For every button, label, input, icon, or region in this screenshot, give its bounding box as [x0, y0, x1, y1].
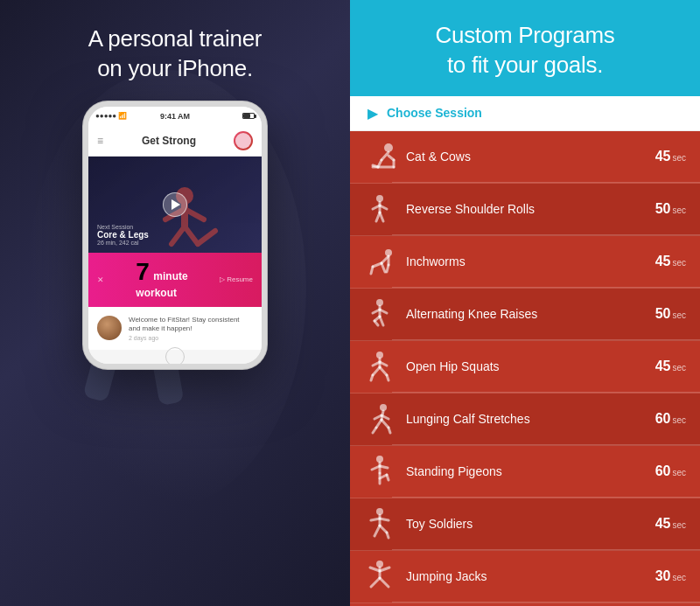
app-header: ≡ Get Strong: [88, 126, 262, 157]
choose-session-bar[interactable]: ▶ Choose Session: [350, 96, 700, 131]
svg-line-51: [387, 375, 388, 380]
home-indicator: [88, 350, 262, 364]
message-time: 2 days ago: [129, 335, 253, 341]
svg-point-17: [384, 143, 393, 152]
right-panel: Custom Programs to fit your goals. ▶ Cho…: [350, 0, 700, 606]
exercise-item[interactable]: Open Hip Squats 45 sec: [350, 341, 700, 394]
svg-line-36: [387, 265, 388, 272]
exercise-item[interactable]: Jumping Jacks 30 sec: [350, 551, 700, 603]
message-body: Welcome to FitStar! Stay consistent and …: [129, 316, 253, 342]
status-time: 9:41 AM: [160, 112, 190, 121]
seven-number: 7: [136, 258, 150, 285]
message-card: Welcome to FitStar! Stay consistent and …: [88, 307, 262, 351]
svg-line-77: [380, 568, 389, 571]
video-thumbnail[interactable]: Next Session Core & Legs 26 min, 242 cal: [88, 157, 262, 253]
right-headline: Custom Programs to fit your goals.: [371, 21, 679, 80]
exercise-duration: 50 sec: [655, 201, 686, 217]
exercise-icon-1: [364, 193, 396, 225]
menu-icon[interactable]: ≡: [97, 135, 104, 147]
svg-line-78: [371, 578, 380, 587]
choose-session-label: Choose Session: [387, 106, 482, 120]
iphone-mockup: ●●●●● 📶 9:41 AM ≡ Get Strong: [83, 101, 267, 370]
svg-line-32: [373, 263, 382, 267]
svg-line-29: [380, 212, 383, 221]
user-avatar[interactable]: [234, 131, 253, 150]
exercise-duration: 30 sec: [655, 568, 686, 584]
exercise-icon-8: [364, 561, 396, 592]
exercise-icon-4: [364, 351, 396, 382]
exercise-name: Toy Soldiers: [406, 517, 655, 531]
exercise-duration: 50 sec: [655, 306, 686, 322]
exercise-duration: 45 sec: [655, 359, 686, 374]
left-content: A personal trainer on your iPhone. ●●●●●…: [0, 0, 350, 369]
exercise-name: Open Hip Squats: [406, 359, 655, 373]
exercise-duration: 45 sec: [655, 149, 686, 164]
exercise-item[interactable]: Toy Soldiers 45 sec: [350, 498, 700, 551]
status-bar: ●●●●● 📶 9:41 AM: [88, 107, 262, 126]
play-button[interactable]: [163, 192, 187, 217]
resume-button[interactable]: ▷ Resume: [220, 275, 253, 283]
svg-line-70: [380, 519, 388, 520]
svg-line-66: [387, 475, 388, 480]
exercise-duration: 45 sec: [655, 516, 686, 532]
exercise-icon-2: [364, 246, 396, 277]
left-headline: A personal trainer on your iPhone.: [88, 24, 262, 84]
exercise-name: Jumping Jacks: [406, 569, 655, 583]
exercise-icon-5: [364, 403, 396, 435]
svg-line-41: [380, 317, 383, 325]
exercise-icon-6: [364, 456, 396, 487]
exercises-container: ▶ Choose Session Cat & Cows 45 sec Rever…: [350, 96, 700, 606]
exercise-name: Lunging Calf Stretches: [406, 412, 655, 426]
status-left: ●●●●● 📶: [95, 112, 127, 120]
status-right: [242, 113, 255, 119]
svg-line-76: [370, 568, 380, 571]
exercise-name: Standing Pigeons: [406, 464, 655, 478]
seven-minute-banner[interactable]: ✕ 7 minuteworkout ▷ Resume: [88, 253, 262, 307]
session-info: Next Session Core & Legs 26 min, 242 cal: [97, 224, 149, 246]
exercise-list: Cat & Cows 45 sec Reverse Shoulder Rolls…: [350, 131, 700, 603]
right-header: Custom Programs to fit your goals.: [350, 0, 700, 96]
seven-workout-text: 7 minuteworkout: [136, 260, 187, 300]
svg-line-57: [382, 420, 388, 428]
exercise-name: Alternating Knee Raises: [406, 307, 655, 321]
svg-line-34: [371, 267, 373, 274]
exercise-item[interactable]: Inchworms 45 sec: [350, 236, 700, 289]
exercise-duration: 45 sec: [655, 254, 686, 269]
exercise-item[interactable]: Cat & Cows 45 sec: [350, 131, 700, 184]
svg-line-56: [376, 420, 382, 428]
exercise-name: Reverse Shoulder Rolls: [406, 202, 655, 216]
session-label: Next Session: [97, 224, 149, 230]
svg-line-48: [373, 367, 380, 375]
svg-line-63: [380, 466, 388, 468]
svg-line-50: [371, 375, 373, 380]
svg-line-33: [382, 263, 385, 272]
svg-line-59: [388, 428, 390, 433]
exercise-icon-7: [364, 508, 396, 540]
svg-line-58: [373, 428, 376, 433]
app-title: Get Strong: [142, 135, 196, 147]
play-icon: ▶: [368, 105, 378, 122]
sender-avatar: [97, 316, 122, 340]
svg-line-43: [374, 321, 378, 325]
close-button[interactable]: ✕: [97, 275, 104, 284]
exercise-item[interactable]: Alternating Knee Raises 50 sec: [350, 289, 700, 341]
exercise-duration: 60 sec: [655, 463, 686, 479]
exercise-item[interactable]: Standing Pigeons 60 sec: [350, 446, 700, 498]
exercise-icon-3: [364, 298, 396, 330]
exercise-item[interactable]: Reverse Shoulder Rolls 50 sec: [350, 184, 700, 236]
svg-line-72: [380, 526, 387, 533]
exercise-name: Inchworms: [406, 254, 655, 268]
home-button[interactable]: [165, 347, 185, 366]
svg-line-73: [387, 533, 388, 538]
message-content: Welcome to FitStar! Stay consistent and …: [129, 316, 253, 334]
exercise-name: Cat & Cows: [406, 150, 655, 164]
svg-line-69: [371, 519, 380, 520]
svg-line-49: [380, 367, 387, 375]
exercise-item[interactable]: Lunging Calf Stretches 60 sec: [350, 394, 700, 446]
session-meta: 26 min, 242 cal: [97, 240, 149, 246]
exercise-icon-0: [364, 141, 396, 172]
svg-line-71: [374, 526, 380, 536]
left-panel: A personal trainer on your iPhone. ●●●●●…: [0, 0, 350, 606]
session-title: Core & Legs: [97, 230, 149, 240]
exercise-duration: 60 sec: [655, 411, 686, 427]
